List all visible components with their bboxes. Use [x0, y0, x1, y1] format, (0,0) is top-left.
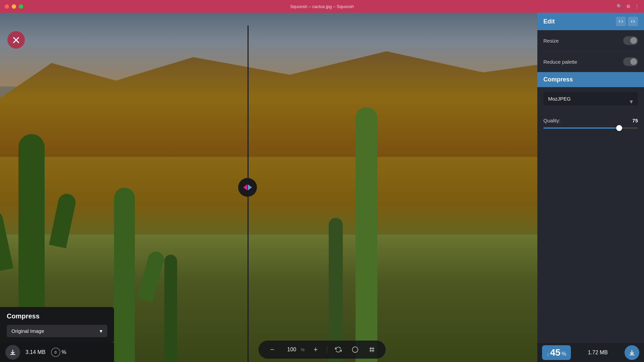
reduce-palette-knob [630, 58, 637, 65]
drag-handle[interactable] [238, 178, 257, 197]
title-bar-right-icons: 🔍 ⚙ ⋮ [616, 4, 639, 9]
bottom-toolbar: − 100 % + [259, 341, 386, 359]
zoom-value: 100 [283, 347, 300, 353]
extension-icon[interactable]: ⚙ [626, 4, 631, 9]
left-download-button[interactable] [5, 345, 20, 360]
resize-toggle[interactable] [623, 36, 638, 45]
compression-circle: 0 [51, 348, 60, 357]
compression-number: 45 [550, 347, 560, 358]
zoom-display: 100 % [283, 347, 305, 353]
left-file-size: 3.14 MB [25, 349, 46, 355]
close-dot[interactable] [5, 4, 9, 9]
code-icon [619, 19, 623, 24]
left-panel-title: Compress [7, 312, 107, 320]
title-bar: Squoosh – cactus.jpg – Squoosh 🔍 ⚙ ⋮ [0, 0, 644, 13]
format-select-wrapper: MozJPEG WebP AVIF OxiPNG JPEG XL ▼ [543, 92, 638, 112]
quality-slider-handle[interactable] [616, 125, 622, 131]
resize-label: Resize [543, 38, 559, 44]
compress-header: Compress [537, 72, 644, 87]
resize-row: Resize [543, 30, 638, 51]
right-download-button[interactable] [625, 345, 639, 360]
rotate-button[interactable] [332, 344, 344, 355]
reset-icon [352, 346, 358, 353]
quality-row: Quality: 75 [543, 118, 638, 123]
reduce-palette-row: Reduce palette [543, 51, 638, 72]
left-format-select[interactable]: Original Image MozJPEG WebP AVIF OxiPNG [7, 325, 107, 337]
right-download-icon [629, 349, 635, 356]
compression-value: 0 [55, 350, 57, 354]
left-compression-display: 0 % [51, 348, 66, 357]
rotate-icon [335, 346, 341, 353]
close-button[interactable] [7, 31, 25, 49]
left-select-wrapper: Original Image MozJPEG WebP AVIF OxiPNG … [7, 325, 107, 337]
toolbar-divider-1 [327, 346, 327, 353]
menu-icon[interactable]: ⋮ [635, 4, 639, 9]
compression-percent-sign: % [561, 351, 566, 357]
compression-badge: ↓ 45 % [542, 345, 571, 360]
download-icon [9, 349, 16, 356]
svg-point-0 [352, 347, 358, 353]
edit-section: Resize Reduce palette [537, 30, 644, 72]
code-view-button[interactable] [616, 17, 626, 26]
crop-button[interactable] [366, 344, 377, 355]
arrow-right-icon [248, 184, 252, 190]
window-title: Squoosh – cactus.jpg – Squoosh [290, 4, 354, 9]
quality-value: 75 [632, 118, 638, 123]
window-controls [5, 4, 23, 9]
split-view-button[interactable] [628, 17, 638, 26]
quality-slider-fill [543, 127, 619, 129]
left-compress-panel: Compress Original Image MozJPEG WebP AVI… [0, 307, 114, 343]
zoom-percent: % [301, 347, 305, 352]
minimize-dot[interactable] [12, 4, 16, 9]
edit-header: Edit [537, 13, 644, 30]
format-dropdown[interactable]: MozJPEG WebP AVIF OxiPNG JPEG XL [543, 92, 638, 106]
reduce-palette-toggle[interactable] [623, 57, 638, 66]
edit-header-icons [616, 17, 638, 26]
quality-label: Quality: [543, 118, 560, 123]
compress-body: MozJPEG WebP AVIF OxiPNG JPEG XL ▼ Quali… [537, 87, 644, 347]
zoom-out-button[interactable]: − [267, 344, 278, 355]
cactus-mid [114, 188, 135, 362]
reset-button[interactable] [349, 344, 361, 355]
compress-title: Compress [543, 76, 573, 83]
crop-icon [368, 346, 375, 353]
right-file-size: 1.72 MB [588, 350, 608, 356]
drag-arrows [243, 184, 252, 190]
arrow-left-icon [243, 184, 247, 190]
search-icon[interactable]: 🔍 [616, 4, 622, 9]
compression-arrow-icon: ↓ [547, 351, 549, 357]
percent-sign: % [62, 349, 66, 355]
resize-toggle-knob [630, 37, 637, 44]
split-icon [631, 19, 635, 24]
right-panel: Edit Resize Reduce pal [537, 13, 644, 362]
zoom-in-button[interactable]: + [310, 344, 321, 355]
cactus-right-tall [356, 107, 377, 362]
right-bottom-bar: ↓ 45 % 1.72 MB [537, 343, 644, 362]
quality-slider-track [543, 127, 638, 129]
edit-title: Edit [543, 18, 555, 25]
cactus-small [164, 255, 177, 362]
reduce-palette-label: Reduce palette [543, 59, 577, 65]
maximize-dot[interactable] [19, 4, 23, 9]
left-bottom-bar: 3.14 MB 0 % [0, 343, 114, 362]
